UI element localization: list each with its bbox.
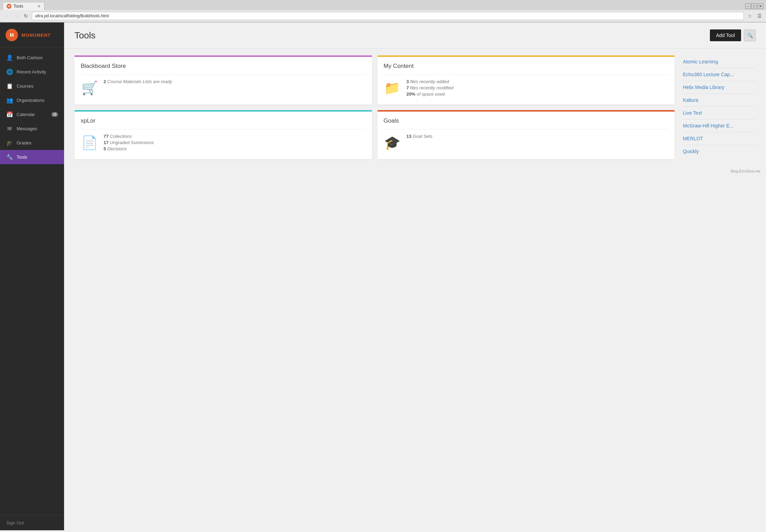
grades-icon: 🎓 [6, 140, 12, 146]
footer-credit: Blog.EricSilva.me [64, 166, 766, 176]
sidebar-item-grades[interactable]: 🎓 Grades [0, 136, 64, 150]
stat-label: of space used [417, 91, 445, 97]
sidebar-item-label: Courses [17, 83, 33, 89]
sidebar-nav: 👤 Beth Carlson 🌐 Recent Activity 📋 Cours… [0, 48, 64, 515]
card-stats: 2 Course Materials Lists are ready [104, 79, 172, 85]
forward-button[interactable]: → [12, 12, 20, 20]
minimize-button[interactable]: – [745, 3, 751, 9]
sidebar-item-label: Calendar [17, 112, 35, 117]
card-content: 📁 3 files recently added 7 files recentl… [384, 79, 669, 98]
sidebar-item-organizations[interactable]: 👥 Organizations [0, 93, 64, 107]
card-body: xpLor 📄 77 Collections 17 Ungraded Sumis… [74, 112, 372, 159]
stat-label: Goal Sets [413, 134, 433, 139]
stat-line: 3 files recently added [407, 79, 454, 84]
sidebar-item-tools[interactable]: 🔧 Tools [0, 150, 64, 164]
card-body: My Content 📁 3 files recently added 7 fi… [377, 57, 675, 105]
back-button[interactable]: ← [3, 12, 10, 20]
browser-tab[interactable]: M Tools ✕ [3, 2, 44, 10]
bookmark-button[interactable]: ☆ [746, 12, 754, 20]
menu-button[interactable]: ☰ [756, 12, 763, 20]
sidebar-item-courses[interactable]: 📋 Courses [0, 79, 64, 93]
sidebar-item-beth-carlson[interactable]: 👤 Beth Carlson [0, 51, 64, 65]
sidebar-item-messages[interactable]: ✉ Messages [0, 122, 64, 136]
sidebar-item-label: Tools [17, 154, 27, 160]
card-goals[interactable]: Goals 🎓 13 Goal Sets [377, 110, 675, 159]
sidebar-item-calendar[interactable]: 📅 Calendar 4 [0, 107, 64, 122]
link-live-text[interactable]: Live Text [683, 107, 756, 119]
stat-line: 2 Course Materials Lists are ready [104, 79, 172, 84]
stat-number: 3 [407, 79, 409, 84]
stat-line: 20% of space used [407, 91, 454, 97]
card-xplor[interactable]: xpLor 📄 77 Collections 17 Ungraded Sumis… [74, 110, 372, 159]
card-title: xpLor [81, 117, 366, 124]
card-icon: 🎓 [384, 135, 401, 150]
window-controls: – □ ✕ [745, 3, 763, 9]
card-icon: 🛒 [81, 80, 98, 96]
messages-icon: ✉ [6, 125, 12, 132]
add-tool-button[interactable]: Add Tool [710, 29, 741, 41]
sidebar-item-label: Organizations [17, 98, 44, 103]
stat-number: 7 [407, 85, 409, 90]
titlebar: M Tools ✕ – □ ✕ [0, 0, 766, 10]
stat-label: Collections [110, 134, 132, 139]
cards-section: Blackboard Store 🛒 2 Course Materials Li… [74, 55, 675, 159]
stat-line: 7 files recently modified [407, 85, 454, 90]
card-icon: 📁 [384, 80, 401, 96]
card-title: My Content [384, 63, 669, 70]
search-icon: 🔍 [747, 33, 753, 38]
sidebar-item-label: Grades [17, 140, 32, 145]
card-body: Blackboard Store 🛒 2 Course Materials Li… [74, 57, 372, 103]
stat-label: files recently modified [410, 85, 453, 90]
card-content: 📄 77 Collections 17 Ungraded Sumissions … [81, 134, 366, 152]
card-body: Goals 🎓 13 Goal Sets [377, 112, 675, 157]
sidebar-item-label: Recent Activity [17, 69, 46, 74]
page-title: Tools [74, 30, 96, 41]
stat-number: 20% [407, 91, 416, 97]
link-mcgraw-hill[interactable]: McGraw-Hill Higher E... [683, 119, 756, 132]
close-button[interactable]: ✕ [758, 3, 763, 9]
card-content: 🛒 2 Course Materials Lists are ready [81, 79, 366, 96]
stat-label: Ungraded Sumissions [110, 140, 154, 145]
courses-icon: 📋 [6, 83, 12, 89]
card-my-content[interactable]: My Content 📁 3 files recently added 7 fi… [377, 55, 675, 105]
stat-number: 2 [104, 79, 106, 84]
stat-number: 17 [104, 140, 108, 145]
stat-line: 5 Decisions [104, 146, 154, 151]
restore-button[interactable]: □ [751, 3, 757, 9]
sidebar-item-label: Messages [17, 126, 37, 131]
link-echo360[interactable]: Echo360 Lecture Cap... [683, 68, 756, 81]
sidebar-item-recent-activity[interactable]: 🌐 Recent Activity [0, 65, 64, 79]
refresh-button[interactable]: ↻ [22, 12, 30, 20]
tab-close-button[interactable]: ✕ [37, 4, 41, 9]
header-actions: Add Tool 🔍 [710, 29, 756, 41]
organizations-icon: 👥 [6, 97, 12, 104]
card-title: Goals [384, 117, 669, 124]
logo-icon: M [6, 29, 18, 41]
card-stats: 77 Collections 17 Ungraded Sumissions 5 … [104, 134, 154, 152]
link-kaltura[interactable]: Kaltura [683, 94, 756, 107]
recent-activity-icon: 🌐 [6, 69, 12, 75]
stat-line: 13 Goal Sets [407, 134, 433, 139]
link-merlot[interactable]: MERLOT [683, 132, 756, 145]
link-helix[interactable]: Helix Media Library [683, 81, 756, 94]
sidebar: M MONUMENT 👤 Beth Carlson 🌐 Recent Activ… [0, 23, 64, 530]
main-header: Tools Add Tool 🔍 [64, 23, 766, 48]
stat-number: 77 [104, 134, 108, 139]
main-content: Tools Add Tool 🔍 Blackboard Store 🛒 [64, 23, 766, 530]
card-content: 🎓 13 Goal Sets [384, 134, 669, 150]
card-icon: 📄 [81, 135, 98, 150]
sign-out-link[interactable]: Sign Out [0, 515, 64, 530]
card-blackboard-store[interactable]: Blackboard Store 🛒 2 Course Materials Li… [74, 55, 372, 105]
stat-line: 77 Collections [104, 134, 154, 139]
sidebar-item-label: Beth Carlson [17, 55, 43, 60]
stat-number: 13 [407, 134, 411, 139]
link-atomic-learning[interactable]: Atomic Learning [683, 55, 756, 68]
stat-label: Course Materials Lists are ready [107, 79, 172, 84]
sidebar-logo: M MONUMENT [0, 23, 64, 48]
address-bar[interactable] [32, 12, 744, 20]
tools-icon: 🔧 [6, 154, 12, 160]
link-quickly[interactable]: Quickly [683, 145, 756, 158]
search-button[interactable]: 🔍 [744, 29, 756, 41]
card-stats: 3 files recently added 7 files recently … [407, 79, 454, 98]
stat-line: 17 Ungraded Sumissions [104, 140, 154, 145]
